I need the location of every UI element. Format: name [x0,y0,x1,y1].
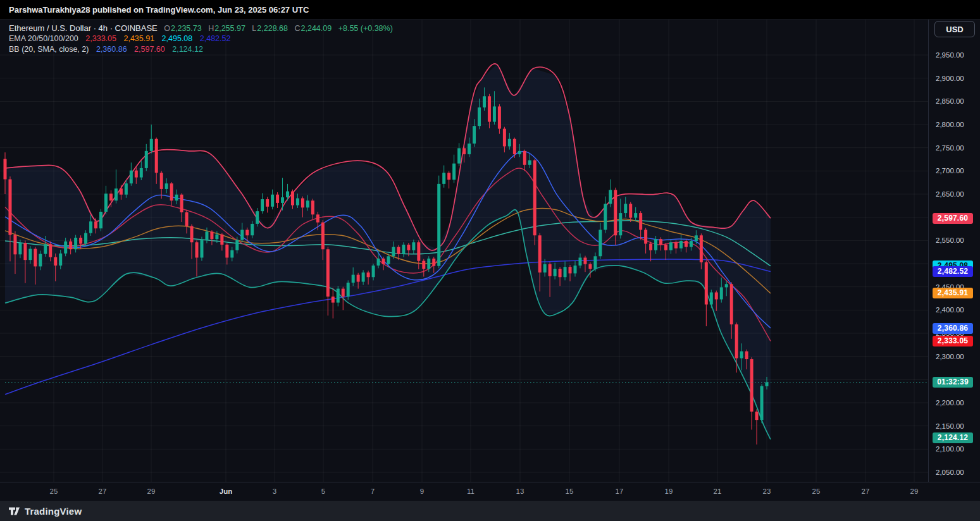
time-tick-label: 15 [566,487,574,495]
ema50-price-label: 2,435.91 [933,288,973,298]
time-tick-label: 5 [321,487,325,495]
low-value: 2,228.68 [257,24,288,33]
bb-lower-price-label: 2,124.12 [933,432,973,443]
price-tick-label: 2,950.00 [936,51,980,59]
tradingview-wordmark[interactable]: TradingView [25,506,82,517]
close-value: 2,244.09 [301,24,332,33]
ema100-value: 2,495.08 [162,34,193,43]
price-tick-label: 2,650.00 [936,190,980,198]
time-tick-label: 17 [616,487,624,495]
time-tick-label: 27 [99,487,107,495]
ema200-price-label: 2,482.52 [933,266,973,277]
bottom-bar: TradingView [0,501,980,521]
low-label: L [252,24,256,33]
price-tick-label: 2,700.00 [936,167,980,175]
time-tick-label: 29 [147,487,156,495]
time-tick-label: 29 [910,487,919,495]
time-scale-axis[interactable]: 252729Jun357911131517192123252729 [0,482,980,501]
time-tick-label: 13 [516,487,524,495]
ema-label: EMA 20/50/100/200 [9,34,78,43]
ema50-value: 2,435.91 [123,34,154,43]
price-tick-label: 2,750.00 [936,144,980,152]
price-tick-label: 2,900.00 [936,75,980,82]
bb-indicator-row: BB (20, SMA, close, 2) 2,360.86 2,597.60… [9,44,393,55]
open-label: O [164,24,170,33]
symbol-title: Ethereum / U.S. Dollar · 4h · COINBASE [9,23,158,33]
ema20-value: 2,333.05 [85,34,116,43]
price-tick-label: 2,050.00 [936,469,980,476]
symbol-row: Ethereum / U.S. Dollar · 4h · COINBASE O… [9,23,393,34]
legend: Ethereum / U.S. Dollar · 4h · COINBASE O… [9,23,393,55]
price-tick-label: 2,200.00 [936,399,980,407]
ema200-value: 2,482.52 [200,34,231,43]
ema-indicator-row: EMA 20/50/100/200 2,333.05 2,435.91 2,49… [9,34,393,44]
price-chart-canvas[interactable] [0,20,928,482]
price-tick-label: 2,100.00 [936,445,980,453]
high-value: 2,255.97 [214,24,245,33]
time-tick-label: 3 [273,487,276,495]
high-label: H [208,24,214,33]
time-tick-label: 7 [371,487,375,495]
price-tick-label: 2,400.00 [936,306,980,314]
bb-basis-value: 2,360.86 [96,45,127,54]
time-tick-label: 25 [50,487,58,495]
price-tick-label: 2,850.00 [936,97,980,105]
ema20-price-label: 2,333.05 [933,336,973,346]
time-tick-label: 27 [862,487,870,495]
price-tick-label: 2,300.00 [936,353,980,360]
attribution-text: ParshwaTurakhiya28 published on TradingV… [9,5,309,15]
tradingview-published-chart: ParshwaTurakhiya28 published on TradingV… [0,0,980,521]
price-tick-label: 2,550.00 [936,236,980,244]
price-tick-label: 2,800.00 [936,121,980,128]
time-tick-label: 11 [467,487,474,495]
tradingview-logo-icon[interactable] [8,505,20,517]
time-tick-label: 9 [420,487,424,495]
bb-basis-price-label: 2,360.86 [933,323,973,334]
bb-upper-price-label: 2,597.60 [933,213,973,224]
open-value: 2,235.73 [171,24,202,33]
time-tick-label: 23 [763,487,771,495]
price-scale-axis[interactable]: USD 2,950.002,900.002,850.002,800.002,75… [928,20,980,482]
chart-pane[interactable]: Ethereum / U.S. Dollar · 4h · COINBASE O… [0,19,980,482]
time-tick-label: 19 [665,487,673,495]
time-tick-label: 21 [714,487,722,495]
bb-lower-value: 2,124.12 [172,45,203,54]
time-tick-label: Jun [220,487,232,495]
price-tick-label: 2,150.00 [936,422,980,430]
bb-label: BB (20, SMA, close, 2) [9,45,89,54]
time-tick-label: 25 [812,487,821,495]
currency-toggle-button[interactable]: USD [934,21,975,37]
change-value: +8.55 (+0.38%) [338,24,393,33]
attribution-bar: ParshwaTurakhiya28 published on TradingV… [0,0,980,19]
countdown-label: 01:32:39 [933,377,973,388]
close-label: C [294,24,300,33]
bb-upper-value: 2,597.60 [134,45,165,54]
